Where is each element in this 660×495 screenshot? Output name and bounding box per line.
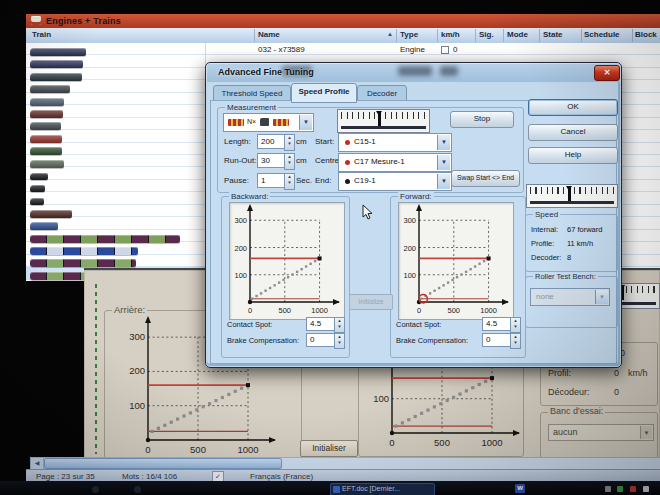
train-list-item[interactable] <box>30 247 138 255</box>
word-count[interactable]: Mots : 16/4 106 <box>122 472 177 481</box>
profile-value: 11 km/h <box>567 239 593 248</box>
train-list-item[interactable] <box>30 135 62 143</box>
language-indicator[interactable]: Français (France) <box>250 472 313 481</box>
forward-brake-stepper[interactable]: ▲▼ <box>510 333 521 349</box>
runout-stepper[interactable]: ▲▼ <box>284 153 295 170</box>
close-icon[interactable]: ✕ <box>594 65 620 81</box>
row1-name[interactable]: 032 - x73589 <box>258 45 305 54</box>
train-table-header: Train Name ▲ Type km/h Sig. Mode State S… <box>26 28 660 44</box>
train-list-item[interactable] <box>30 73 82 81</box>
fr-initialize-button[interactable]: Initialiser <box>300 440 358 457</box>
chevron-down-icon[interactable]: ▼ <box>437 135 450 150</box>
train-list-item[interactable] <box>30 122 61 130</box>
measurement-speed-slider[interactable] <box>337 109 430 133</box>
profile-label: Profile: <box>531 239 554 248</box>
forward-contact-spot-stepper[interactable]: ▲▼ <box>510 317 521 333</box>
fr-bench-label: Banc d'essai: <box>548 406 605 416</box>
fr-bench-combo[interactable]: aucun ▼ <box>548 424 654 441</box>
backward-brake-field[interactable]: 0 <box>306 333 337 347</box>
col-state[interactable]: State <box>543 30 563 39</box>
col-sig[interactable]: Sig. <box>479 30 494 39</box>
col-block[interactable]: Block <box>635 30 657 39</box>
forward-contact-spot-field[interactable]: 4.5 <box>482 317 513 331</box>
train-list-item[interactable] <box>30 48 86 56</box>
backward-brake-stepper[interactable]: ▲▼ <box>334 333 345 349</box>
taskbar-icon[interactable] <box>92 486 99 493</box>
help-button[interactable]: Help <box>528 147 618 164</box>
train-list-item[interactable] <box>30 173 48 180</box>
fr-profile-label: Profil: <box>548 368 571 378</box>
chevron-down-icon[interactable]: ▼ <box>437 174 450 189</box>
train-list-item[interactable] <box>30 147 62 155</box>
train-list-item[interactable] <box>30 259 136 267</box>
taskbar-item-label: EFT.doc [Dernier... <box>342 485 400 492</box>
start-contact-combo[interactable]: C15-1 ▼ <box>338 133 452 152</box>
end-contact-combo[interactable]: C19-1 ▼ <box>338 172 452 191</box>
cancel-button[interactable]: Cancel <box>528 124 618 141</box>
row1-type: Engine <box>400 45 425 54</box>
stop-button[interactable]: Stop <box>450 111 514 128</box>
page-count[interactable]: Page : 23 sur 35 <box>36 472 95 481</box>
fr-profile-value: 0 <box>614 368 619 378</box>
decoder-value: 8 <box>567 253 571 262</box>
centre-contact-combo[interactable]: C17 Mesure-1 ▼ <box>338 153 452 172</box>
train-list-item[interactable] <box>30 110 63 118</box>
glass-reflection <box>440 66 458 76</box>
train-list-item[interactable] <box>30 198 44 205</box>
backward-contact-spot-field[interactable]: 4.5 <box>306 317 337 331</box>
chevron-down-icon[interactable]: ▼ <box>437 155 450 170</box>
tray-icon[interactable] <box>617 486 623 492</box>
backward-contact-spot-label: Contact Spot: <box>227 320 272 329</box>
word-app-icon[interactable]: W <box>515 484 525 493</box>
col-name[interactable]: Name <box>258 30 280 39</box>
svg-text:1000: 1000 <box>481 437 502 448</box>
scrollbar-thumb[interactable] <box>44 458 282 469</box>
length-label: Length: <box>224 137 251 146</box>
length-unit: cm <box>296 137 307 146</box>
train-list-item[interactable] <box>30 85 70 93</box>
initialize-button[interactable]: Initialize <box>349 294 393 310</box>
wagon-icon <box>273 119 289 126</box>
svg-text:500: 500 <box>190 444 206 455</box>
runout-field[interactable]: 30 <box>257 153 287 168</box>
col-mode[interactable]: Mode <box>507 30 528 39</box>
taskbar-icon[interactable] <box>134 486 141 493</box>
train-list-item[interactable] <box>30 185 45 192</box>
train-list-item[interactable] <box>30 210 72 218</box>
swap-start-end-button[interactable]: Swap Start <> End <box>451 170 520 187</box>
backward-brake-label: Brake Compensation: <box>227 336 299 345</box>
pause-field[interactable]: 1 <box>257 173 287 188</box>
chevron-down-icon[interactable]: ▼ <box>299 115 312 130</box>
tray-icon[interactable] <box>630 486 636 492</box>
ok-button[interactable]: OK <box>528 99 618 116</box>
col-type[interactable]: Type <box>400 30 418 39</box>
col-schedule[interactable]: Schedule <box>584 30 620 39</box>
tray-icon[interactable] <box>605 486 611 492</box>
length-field[interactable]: 200 <box>257 134 287 149</box>
col-kmh[interactable]: km/h <box>441 30 460 39</box>
forward-brake-field[interactable]: 0 <box>482 333 513 347</box>
train-list-item[interactable] <box>30 222 58 230</box>
train-list-item[interactable] <box>30 98 64 106</box>
train-list-item[interactable] <box>30 60 83 68</box>
forward-chart[interactable]: 10020030005001000 <box>399 203 511 317</box>
train-list-item[interactable] <box>30 235 180 243</box>
backward-chart[interactable]: 10020030005001000 <box>230 203 342 317</box>
pause-stepper[interactable]: ▲▼ <box>284 173 295 190</box>
train-list-item[interactable] <box>30 160 64 168</box>
row1-kmh-checkbox[interactable] <box>441 46 449 54</box>
train-combo-text: N× <box>247 118 256 125</box>
tab-speed-profile[interactable]: Speed Profile <box>291 83 357 103</box>
roller-test-bench-combo[interactable]: none ▼ <box>530 288 610 306</box>
svg-text:0: 0 <box>248 306 252 315</box>
manual-speed-slider[interactable] <box>526 184 618 208</box>
tray-icon[interactable] <box>643 486 649 492</box>
train-select-combo[interactable]: N× ▼ <box>223 113 314 132</box>
main-window-titlebar[interactable]: Engines + Trains <box>26 14 660 29</box>
backward-contact-spot-stepper[interactable]: ▲▼ <box>334 317 345 333</box>
length-stepper[interactable]: ▲▼ <box>284 134 295 151</box>
col-train[interactable]: Train <box>32 30 51 39</box>
chevron-down-icon[interactable]: ▼ <box>640 426 652 439</box>
chevron-down-icon[interactable]: ▼ <box>595 290 608 304</box>
taskbar-item-document[interactable]: EFT.doc [Dernier... <box>330 483 435 495</box>
